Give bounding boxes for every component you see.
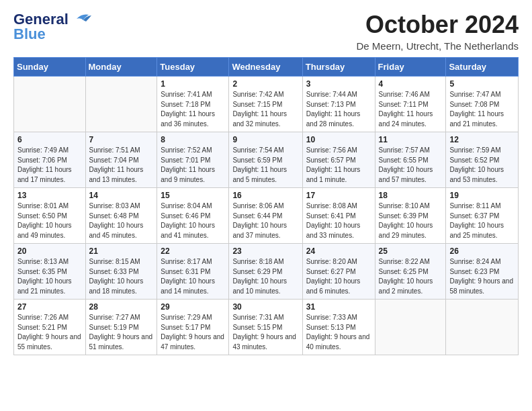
calendar-week-row: 13Sunrise: 8:01 AMSunset: 6:50 PMDayligh… (14, 188, 519, 244)
day-info: Sunrise: 8:15 AMSunset: 6:33 PMDaylight:… (89, 257, 154, 296)
day-info: Sunrise: 8:17 AMSunset: 6:31 PMDaylight:… (161, 257, 225, 296)
day-info: Sunrise: 7:49 AMSunset: 7:06 PMDaylight:… (17, 146, 82, 185)
calendar-cell: 18Sunrise: 8:10 AMSunset: 6:39 PMDayligh… (375, 188, 446, 244)
calendar-week-row: 6Sunrise: 7:49 AMSunset: 7:06 PMDaylight… (14, 132, 519, 188)
day-number: 2 (232, 79, 298, 89)
calendar-cell (375, 300, 446, 355)
title-block: October 2024 De Meern, Utrecht, The Neth… (356, 11, 519, 52)
day-info: Sunrise: 8:04 AMSunset: 6:46 PMDaylight:… (161, 201, 225, 240)
day-info: Sunrise: 8:22 AMSunset: 6:25 PMDaylight:… (379, 257, 443, 296)
calendar-cell: 15Sunrise: 8:04 AMSunset: 6:46 PMDayligh… (157, 188, 229, 244)
calendar-cell: 9Sunrise: 7:54 AMSunset: 6:59 PMDaylight… (229, 132, 302, 188)
day-info: Sunrise: 7:59 AMSunset: 6:52 PMDaylight:… (449, 146, 515, 185)
calendar-cell: 13Sunrise: 8:01 AMSunset: 6:50 PMDayligh… (14, 188, 86, 244)
location: De Meern, Utrecht, The Netherlands (356, 40, 519, 52)
day-info: Sunrise: 8:03 AMSunset: 6:48 PMDaylight:… (89, 201, 154, 240)
calendar-cell: 27Sunrise: 7:26 AMSunset: 5:21 PMDayligh… (14, 300, 86, 355)
day-info: Sunrise: 7:42 AMSunset: 7:15 PMDaylight:… (232, 90, 298, 129)
calendar-cell: 2Sunrise: 7:42 AMSunset: 7:15 PMDaylight… (229, 77, 302, 132)
day-number: 23 (232, 246, 298, 256)
day-info: Sunrise: 7:29 AMSunset: 5:17 PMDaylight:… (161, 313, 225, 352)
day-number: 18 (379, 191, 443, 200)
day-info: Sunrise: 8:20 AMSunset: 6:27 PMDaylight:… (306, 257, 371, 296)
calendar-cell: 22Sunrise: 8:17 AMSunset: 6:31 PMDayligh… (157, 244, 229, 300)
calendar-cell: 31Sunrise: 7:33 AMSunset: 5:13 PMDayligh… (302, 300, 375, 355)
calendar-cell (85, 77, 157, 132)
day-number: 26 (449, 246, 515, 256)
day-info: Sunrise: 8:06 AMSunset: 6:44 PMDaylight:… (232, 201, 298, 240)
logo: General Blue (13, 11, 91, 43)
day-number: 28 (89, 302, 154, 312)
day-number: 24 (306, 246, 371, 256)
day-info: Sunrise: 7:41 AMSunset: 7:18 PMDaylight:… (161, 90, 225, 129)
calendar-cell: 7Sunrise: 7:51 AMSunset: 7:04 PMDaylight… (85, 132, 157, 188)
day-number: 6 (17, 135, 82, 144)
day-number: 12 (449, 135, 515, 144)
calendar-cell: 8Sunrise: 7:52 AMSunset: 7:01 PMDaylight… (157, 132, 229, 188)
calendar-table: SundayMondayTuesdayWednesdayThursdayFrid… (13, 57, 519, 355)
day-number: 3 (306, 79, 371, 89)
day-number: 16 (232, 191, 298, 200)
day-info: Sunrise: 7:33 AMSunset: 5:13 PMDaylight:… (306, 313, 371, 352)
calendar-header-friday: Friday (375, 58, 446, 77)
calendar-header-tuesday: Tuesday (157, 58, 229, 77)
day-number: 7 (89, 135, 154, 144)
day-number: 21 (89, 246, 154, 256)
calendar-page: General Blue October 2024 De Meern, Utre… (0, 0, 532, 366)
calendar-cell: 11Sunrise: 7:57 AMSunset: 6:55 PMDayligh… (375, 132, 446, 188)
day-info: Sunrise: 7:56 AMSunset: 6:57 PMDaylight:… (306, 146, 371, 185)
calendar-cell: 12Sunrise: 7:59 AMSunset: 6:52 PMDayligh… (446, 132, 519, 188)
day-number: 29 (161, 302, 225, 312)
day-number: 17 (306, 191, 371, 200)
day-number: 27 (17, 302, 82, 312)
day-info: Sunrise: 8:01 AMSunset: 6:50 PMDaylight:… (17, 201, 82, 240)
day-number: 11 (379, 135, 443, 144)
day-info: Sunrise: 7:44 AMSunset: 7:13 PMDaylight:… (306, 90, 371, 129)
calendar-header-sunday: Sunday (14, 58, 86, 77)
calendar-cell: 20Sunrise: 8:13 AMSunset: 6:35 PMDayligh… (14, 244, 86, 300)
calendar-cell: 16Sunrise: 8:06 AMSunset: 6:44 PMDayligh… (229, 188, 302, 244)
calendar-cell: 23Sunrise: 8:18 AMSunset: 6:29 PMDayligh… (229, 244, 302, 300)
calendar-header-thursday: Thursday (302, 58, 375, 77)
page-header: General Blue October 2024 De Meern, Utre… (13, 11, 519, 52)
calendar-cell: 28Sunrise: 7:27 AMSunset: 5:19 PMDayligh… (85, 300, 157, 355)
day-info: Sunrise: 7:46 AMSunset: 7:11 PMDaylight:… (379, 90, 443, 129)
day-info: Sunrise: 7:54 AMSunset: 6:59 PMDaylight:… (232, 146, 298, 185)
day-number: 31 (306, 302, 371, 312)
calendar-cell: 21Sunrise: 8:15 AMSunset: 6:33 PMDayligh… (85, 244, 157, 300)
day-info: Sunrise: 8:18 AMSunset: 6:29 PMDaylight:… (232, 257, 298, 296)
day-number: 8 (161, 135, 225, 144)
calendar-cell: 3Sunrise: 7:44 AMSunset: 7:13 PMDaylight… (302, 77, 375, 132)
day-info: Sunrise: 7:27 AMSunset: 5:19 PMDaylight:… (89, 313, 154, 352)
day-number: 14 (89, 191, 154, 200)
day-info: Sunrise: 7:31 AMSunset: 5:15 PMDaylight:… (232, 313, 298, 352)
day-number: 1 (161, 79, 225, 89)
day-info: Sunrise: 7:47 AMSunset: 7:08 PMDaylight:… (449, 90, 515, 129)
day-number: 10 (306, 135, 371, 144)
day-info: Sunrise: 8:24 AMSunset: 6:23 PMDaylight:… (449, 257, 515, 296)
calendar-cell: 26Sunrise: 8:24 AMSunset: 6:23 PMDayligh… (446, 244, 519, 300)
day-info: Sunrise: 8:10 AMSunset: 6:39 PMDaylight:… (379, 201, 443, 240)
calendar-cell: 4Sunrise: 7:46 AMSunset: 7:11 PMDaylight… (375, 77, 446, 132)
calendar-header-monday: Monday (85, 58, 157, 77)
day-number: 9 (232, 135, 298, 144)
calendar-cell: 24Sunrise: 8:20 AMSunset: 6:27 PMDayligh… (302, 244, 375, 300)
day-info: Sunrise: 7:52 AMSunset: 7:01 PMDaylight:… (161, 146, 225, 185)
calendar-header-row: SundayMondayTuesdayWednesdayThursdayFrid… (14, 58, 519, 77)
day-number: 15 (161, 191, 225, 200)
calendar-cell: 10Sunrise: 7:56 AMSunset: 6:57 PMDayligh… (302, 132, 375, 188)
day-number: 4 (379, 79, 443, 89)
calendar-header-wednesday: Wednesday (229, 58, 302, 77)
calendar-cell: 19Sunrise: 8:11 AMSunset: 6:37 PMDayligh… (446, 188, 519, 244)
calendar-cell: 5Sunrise: 7:47 AMSunset: 7:08 PMDaylight… (446, 77, 519, 132)
logo-blue-text: Blue (13, 26, 46, 43)
day-number: 19 (449, 191, 515, 200)
day-number: 30 (232, 302, 298, 312)
calendar-header-saturday: Saturday (446, 58, 519, 77)
day-number: 20 (17, 246, 82, 256)
month-title: October 2024 (356, 11, 519, 39)
calendar-cell: 14Sunrise: 8:03 AMSunset: 6:48 PMDayligh… (85, 188, 157, 244)
day-number: 25 (379, 246, 443, 256)
calendar-week-row: 20Sunrise: 8:13 AMSunset: 6:35 PMDayligh… (14, 244, 519, 300)
day-info: Sunrise: 7:51 AMSunset: 7:04 PMDaylight:… (89, 146, 154, 185)
